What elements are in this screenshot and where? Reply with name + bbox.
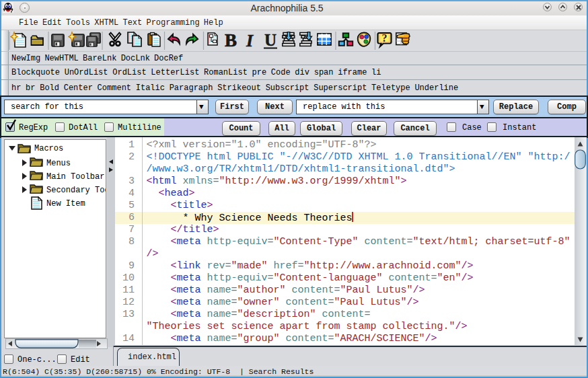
svg-text:B: B <box>225 30 237 50</box>
svg-text:U: U <box>264 31 277 49</box>
svg-text:?: ? <box>382 32 388 44</box>
svg-text:I: I <box>246 31 254 50</box>
